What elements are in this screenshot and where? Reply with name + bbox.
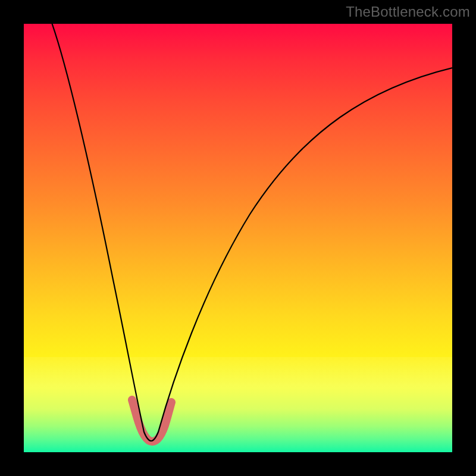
- gradient-band-overlay: [24, 357, 452, 452]
- bottleneck-curve: [50, 24, 452, 441]
- plot-area: [24, 24, 452, 452]
- chart-frame: TheBottleneck.com: [0, 0, 476, 476]
- curve-layer: [24, 24, 452, 452]
- valley-marker: [132, 400, 171, 441]
- watermark-text: TheBottleneck.com: [346, 4, 470, 20]
